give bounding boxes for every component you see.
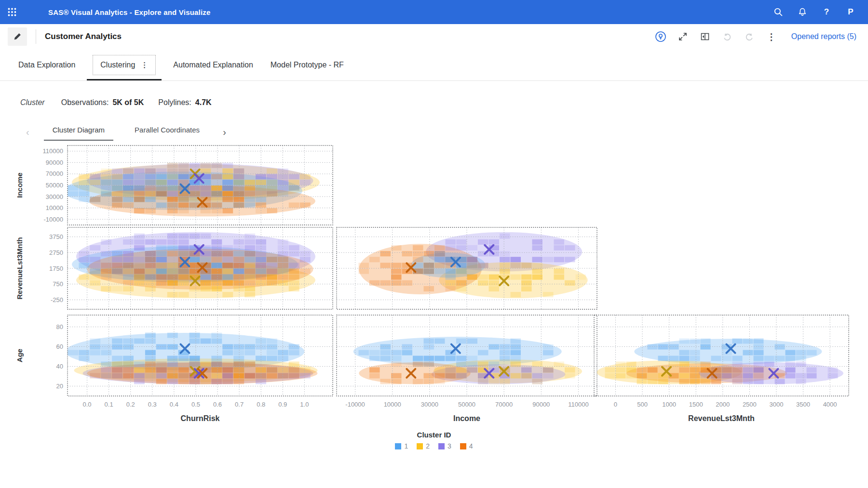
lightbulb-circle-icon <box>655 31 666 42</box>
opened-reports-link[interactable]: Opened reports (5) <box>791 32 856 41</box>
tab-model-prototype-rf[interactable]: Model Prototype - RF <box>262 49 353 80</box>
edit-button[interactable] <box>8 27 27 46</box>
polylines-label: Polylines: <box>158 98 191 107</box>
subtab-parallel-coordinates[interactable]: Parallel Coordinates <box>126 126 208 141</box>
svg-text:90000: 90000 <box>532 401 550 408</box>
redo-button[interactable] <box>740 28 759 45</box>
matrix-panel-churn-age[interactable] <box>65 315 333 396</box>
matrix-panel-churn-income[interactable] <box>63 145 333 225</box>
svg-text:90000: 90000 <box>46 159 63 166</box>
subtab-cluster-diagram[interactable]: Cluster Diagram <box>44 126 113 141</box>
undo-icon <box>722 32 732 41</box>
svg-text:3000: 3000 <box>769 401 783 408</box>
split-panel-icon <box>700 32 710 41</box>
matrix-panel-churn-revenue[interactable] <box>68 227 333 309</box>
polylines-value: 4.7K <box>195 98 212 107</box>
svg-text:0.9: 0.9 <box>278 401 287 408</box>
tab-automated-explanation[interactable]: Automated Explanation <box>164 49 261 80</box>
cluster-matrix-svg[interactable]: 1100009000070000500003000010000-10000Inc… <box>0 143 868 428</box>
top-app-bar: SAS® Visual Analytics - Explore and Visu… <box>0 0 868 24</box>
svg-text:40: 40 <box>56 363 63 370</box>
svg-text:0.3: 0.3 <box>148 401 157 408</box>
pencil-icon <box>13 32 22 41</box>
help-button[interactable]: ? <box>818 3 835 21</box>
svg-text:3750: 3750 <box>49 233 63 240</box>
svg-text:0.6: 0.6 <box>213 401 222 408</box>
svg-text:-10000: -10000 <box>44 216 63 223</box>
svg-text:60: 60 <box>56 343 63 350</box>
svg-text:50000: 50000 <box>46 182 63 189</box>
tab-menu-icon[interactable]: ⋮ <box>141 61 148 69</box>
svg-text:1000: 1000 <box>662 401 676 408</box>
report-toolbar: Customer Analytics <box>0 24 868 49</box>
svg-text:-250: -250 <box>51 296 63 303</box>
svg-text:0.1: 0.1 <box>105 401 113 408</box>
legend-item-cluster-3[interactable]: 3 <box>438 442 451 450</box>
svg-text:ChurnRisk: ChurnRisk <box>181 414 220 422</box>
user-avatar[interactable]: P <box>842 3 859 21</box>
toolbar-divider <box>36 29 36 44</box>
svg-text:Age: Age <box>15 349 24 362</box>
legend-item-cluster-1[interactable]: 1 <box>395 442 408 450</box>
report-title: Customer Analytics <box>45 32 122 41</box>
matrix-panel-revenue-age[interactable] <box>594 315 849 396</box>
cluster-diagram[interactable]: 1100009000070000500003000010000-10000Inc… <box>0 143 868 430</box>
cluster-2-swatch <box>417 443 423 449</box>
svg-text:0.7: 0.7 <box>235 401 244 408</box>
cluster-info-row: Cluster Observations: 5K of 5K Polylines… <box>0 98 868 107</box>
svg-text:-10000: -10000 <box>345 401 365 408</box>
svg-text:110000: 110000 <box>568 401 588 408</box>
svg-text:10000: 10000 <box>384 401 401 408</box>
svg-text:30000: 30000 <box>421 401 438 408</box>
svg-text:2750: 2750 <box>49 249 63 256</box>
subtab-scroll-left-icon[interactable]: ‹ <box>24 127 31 141</box>
svg-text:0.0: 0.0 <box>83 401 92 408</box>
matrix-panel-income-revenue[interactable] <box>337 227 597 309</box>
svg-text:4000: 4000 <box>823 401 837 408</box>
cluster-4-swatch <box>460 443 466 449</box>
kebab-icon: ⋮ <box>767 31 776 42</box>
svg-text:0: 0 <box>614 401 617 408</box>
svg-text:20: 20 <box>56 382 63 390</box>
cluster-1-swatch <box>395 443 401 449</box>
svg-text:RevenueLst3Mnth: RevenueLst3Mnth <box>688 414 755 422</box>
app-grid-button[interactable] <box>0 0 24 24</box>
expand-arrows-icon <box>678 32 688 41</box>
matrix-panel-income-age[interactable] <box>337 315 597 396</box>
subtab-scroll-right-icon[interactable]: › <box>221 127 228 141</box>
insights-button[interactable] <box>651 28 670 45</box>
bell-icon <box>798 7 807 17</box>
svg-text:500: 500 <box>637 401 648 408</box>
svg-text:10000: 10000 <box>46 204 63 211</box>
maximize-button[interactable] <box>674 28 692 45</box>
legend-item-cluster-2[interactable]: 2 <box>417 442 430 450</box>
view-subtabs: ‹ Cluster Diagram Parallel Coordinates › <box>24 123 868 141</box>
redo-icon <box>745 32 754 41</box>
svg-text:50000: 50000 <box>458 401 475 408</box>
svg-text:3500: 3500 <box>796 401 810 408</box>
cluster-legend: Cluster ID 1 2 3 4 <box>0 431 868 450</box>
tab-data-exploration[interactable]: Data Exploration <box>10 49 84 80</box>
collapse-pane-button[interactable] <box>696 28 714 45</box>
search-button[interactable] <box>770 3 787 21</box>
notifications-button[interactable] <box>794 3 811 21</box>
tab-clustering[interactable]: Clustering ⋮ <box>84 49 164 80</box>
object-name: Cluster <box>20 98 45 107</box>
app-grid-icon <box>7 7 17 17</box>
search-icon <box>773 7 783 17</box>
svg-text:0.2: 0.2 <box>126 401 135 408</box>
page-tabstrip: Data Exploration Clustering ⋮ Automated … <box>0 49 868 81</box>
svg-text:Income: Income <box>15 172 24 198</box>
svg-text:1750: 1750 <box>49 265 63 272</box>
svg-text:RevenueLst3Mnth: RevenueLst3Mnth <box>15 237 24 299</box>
undo-button[interactable] <box>718 28 736 45</box>
legend-item-cluster-4[interactable]: 4 <box>460 442 473 450</box>
observations-value: 5K of 5K <box>112 98 144 107</box>
svg-text:0.4: 0.4 <box>170 401 178 408</box>
svg-text:30000: 30000 <box>46 193 63 200</box>
svg-text:Income: Income <box>453 414 480 422</box>
clustering-content: Cluster Observations: 5K of 5K Polylines… <box>0 81 868 450</box>
observations-label: Observations: <box>61 98 109 107</box>
more-options-button[interactable]: ⋮ <box>762 28 781 45</box>
svg-text:0.5: 0.5 <box>191 401 200 408</box>
